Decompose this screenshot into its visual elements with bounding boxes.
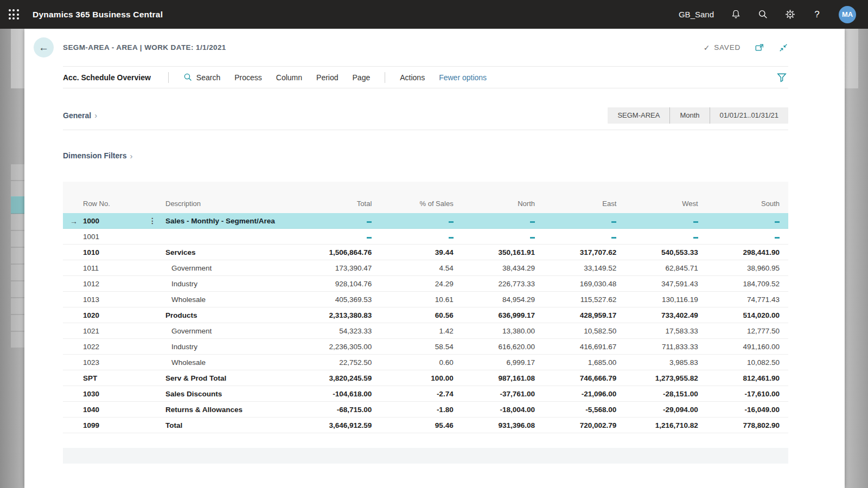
description-cell[interactable]: Wholesale	[163, 358, 299, 367]
row-no-cell[interactable]: 1030	[63, 390, 142, 398]
toolbar-column-menu[interactable]: Column	[276, 73, 302, 82]
value-cell[interactable]: 10.61	[380, 296, 462, 304]
value-cell[interactable]: 184,709.52	[707, 280, 788, 288]
description-cell[interactable]: Total	[163, 421, 299, 429]
value-cell[interactable]: 746,666.79	[544, 374, 625, 382]
value-cell[interactable]: 62,845.71	[625, 264, 706, 272]
value-cell[interactable]: 711,833.33	[625, 343, 706, 351]
value-cell[interactable]: 4.54	[380, 264, 462, 272]
value-cell[interactable]: 38,960.95	[707, 264, 788, 272]
value-cell[interactable]: 54,323.33	[299, 327, 380, 335]
value-cell[interactable]: 95.46	[380, 421, 462, 429]
table-row[interactable]: →1000⋮Sales - Monthly - Segment/Area	[63, 213, 788, 229]
row-no-cell[interactable]: 1021	[63, 327, 142, 335]
value-cell[interactable]	[299, 217, 380, 225]
value-cell[interactable]: 416,691.67	[544, 343, 625, 351]
value-cell[interactable]: -2.74	[380, 390, 462, 398]
value-cell[interactable]: 720,002.79	[544, 421, 625, 429]
table-row[interactable]: 1013Wholesale405,369.5310.6184,954.29115…	[63, 292, 788, 307]
table-row[interactable]: 1023Wholesale22,752.500.606,999.171,685.…	[63, 355, 788, 370]
search-icon[interactable]	[757, 9, 768, 20]
value-cell[interactable]: 3,820,245.59	[299, 374, 380, 382]
table-row[interactable]: 1001	[63, 229, 788, 245]
table-row[interactable]: 1011Government173,390.474.5438,434.2933,…	[63, 260, 788, 276]
collapse-window-icon[interactable]	[778, 43, 788, 53]
row-no-cell[interactable]: 1011	[63, 264, 142, 272]
row-no-cell[interactable]: 1001	[63, 233, 142, 241]
value-cell[interactable]: -5,568.00	[544, 406, 625, 414]
row-no-cell[interactable]: SPT	[63, 374, 142, 382]
app-launcher-waffle-icon[interactable]	[0, 0, 27, 29]
value-cell[interactable]: 13,380.00	[462, 327, 544, 335]
general-fasttab-toggle[interactable]: General ›	[63, 111, 97, 120]
notifications-bell-icon[interactable]	[730, 9, 741, 20]
value-cell[interactable]: 38,434.29	[462, 264, 544, 272]
table-row[interactable]: 1099Total3,646,912.5995.46931,396.08720,…	[63, 418, 788, 433]
user-avatar[interactable]: MA	[839, 6, 856, 23]
description-cell[interactable]: Sales - Monthly - Segment/Area	[163, 217, 299, 225]
value-cell[interactable]	[299, 233, 380, 241]
value-cell[interactable]: 169,030.48	[544, 280, 625, 288]
value-cell[interactable]: 540,553.33	[625, 248, 706, 256]
value-cell[interactable]: 405,369.53	[299, 296, 380, 304]
kebab-menu-icon[interactable]: ⋮	[142, 216, 163, 225]
value-cell[interactable]	[707, 233, 788, 241]
description-cell[interactable]: Industry	[163, 280, 299, 288]
value-cell[interactable]: 298,441.90	[707, 248, 788, 256]
value-cell[interactable]: 1,216,710.82	[625, 421, 706, 429]
value-cell[interactable]: 33,149.52	[544, 264, 625, 272]
value-cell[interactable]	[625, 233, 706, 241]
table-row[interactable]: 1040Returns & Allowances-68,715.00-1.80-…	[63, 402, 788, 418]
value-cell[interactable]: 60.56	[380, 311, 462, 319]
value-cell[interactable]: 58.54	[380, 343, 462, 351]
value-cell[interactable]: 39.44	[380, 248, 462, 256]
value-cell[interactable]	[462, 233, 544, 241]
value-cell[interactable]: 2,313,380.83	[299, 311, 380, 319]
value-cell[interactable]: 514,020.00	[707, 311, 788, 319]
value-cell[interactable]: 317,707.62	[544, 248, 625, 256]
description-cell[interactable]: Wholesale	[163, 296, 299, 304]
description-cell[interactable]: Serv & Prod Total	[163, 374, 299, 382]
value-cell[interactable]: -16,049.00	[707, 406, 788, 414]
value-cell[interactable]: 491,160.00	[707, 343, 788, 351]
toolbar-search-button[interactable]: Search	[183, 73, 220, 82]
value-cell[interactable]: -29,094.00	[625, 406, 706, 414]
table-row[interactable]: 1030Sales Discounts-104,618.00-2.74-37,7…	[63, 386, 788, 402]
settings-gear-icon[interactable]	[784, 9, 795, 20]
value-cell[interactable]: 1,273,955.82	[625, 374, 706, 382]
value-cell[interactable]: 616,620.00	[462, 343, 544, 351]
value-cell[interactable]: 10,582.50	[544, 327, 625, 335]
row-no-cell[interactable]: 1022	[63, 343, 142, 351]
description-cell[interactable]: Products	[163, 311, 299, 319]
toolbar-fewer-options[interactable]: Fewer options	[439, 73, 487, 82]
value-cell[interactable]: 173,390.47	[299, 264, 380, 272]
value-cell[interactable]: 1,685.00	[544, 358, 625, 367]
value-cell[interactable]: 636,999.17	[462, 311, 544, 319]
value-cell[interactable]: 778,802.90	[707, 421, 788, 429]
description-cell[interactable]: Returns & Allowances	[163, 406, 299, 414]
value-cell[interactable]	[380, 217, 462, 225]
value-cell[interactable]: -68,715.00	[299, 406, 380, 414]
description-cell[interactable]: Services	[163, 248, 299, 256]
value-cell[interactable]: 84,954.29	[462, 296, 544, 304]
value-cell[interactable]: 74,771.43	[707, 296, 788, 304]
value-cell[interactable]	[625, 217, 706, 225]
value-cell[interactable]: 10,082.50	[707, 358, 788, 367]
table-row[interactable]: 1010Services1,506,864.7639.44350,161.913…	[63, 245, 788, 260]
value-cell[interactable]: 812,461.90	[707, 374, 788, 382]
value-cell[interactable]: 130,116.19	[625, 296, 706, 304]
value-cell[interactable]: -1.80	[380, 406, 462, 414]
value-cell[interactable]: 1.42	[380, 327, 462, 335]
row-no-cell[interactable]: 1023	[63, 358, 142, 367]
value-cell[interactable]: 24.29	[380, 280, 462, 288]
value-cell[interactable]: 226,773.33	[462, 280, 544, 288]
table-row[interactable]: 1012Industry928,104.7624.29226,773.33169…	[63, 276, 788, 292]
value-cell[interactable]: 6,999.17	[462, 358, 544, 367]
value-cell[interactable]: -28,151.00	[625, 390, 706, 398]
value-cell[interactable]: -17,610.00	[707, 390, 788, 398]
help-icon[interactable]: ?	[812, 9, 822, 20]
value-cell[interactable]: 347,591.43	[625, 280, 706, 288]
value-cell[interactable]: 350,161.91	[462, 248, 544, 256]
table-row[interactable]: 1020Products2,313,380.8360.56636,999.174…	[63, 307, 788, 323]
toolbar-page-menu[interactable]: Page	[353, 73, 371, 82]
